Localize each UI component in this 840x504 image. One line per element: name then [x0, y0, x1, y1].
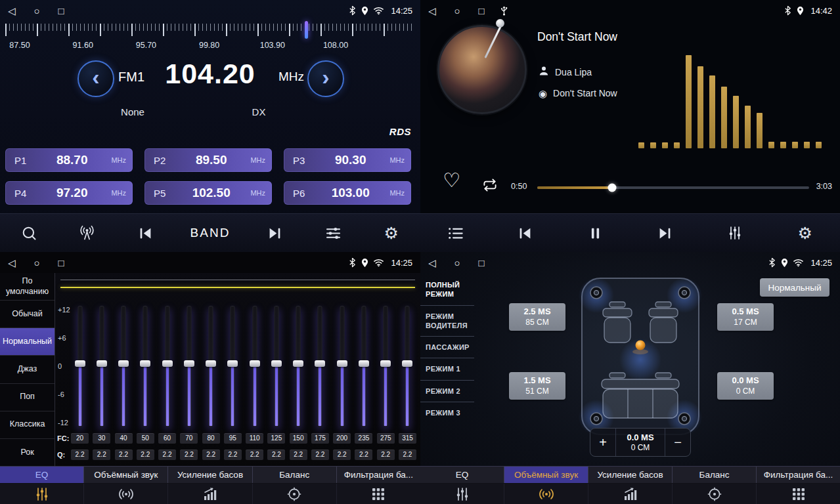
eq-preset-item[interactable]: Рок [0, 439, 55, 466]
tab-balance[interactable]: Баланс [673, 467, 757, 483]
previous-track-icon[interactable] [512, 224, 539, 242]
stage-mode-item[interactable]: РЕЖИМ ВОДИТЕЛЯ [420, 306, 474, 337]
broadcast-antenna-icon[interactable] [74, 224, 100, 242]
slider-thumb[interactable] [359, 360, 369, 367]
preset-button-p6[interactable]: P6103.00MHz [284, 181, 411, 205]
eq-band-slider[interactable] [71, 306, 89, 427]
eq-sliders-icon[interactable] [320, 224, 346, 242]
back-button[interactable]: ◁ [8, 6, 16, 16]
decrease-delay-button[interactable]: − [665, 429, 690, 456]
eq-icon[interactable] [0, 484, 84, 504]
bass-boost-icon[interactable] [168, 484, 252, 504]
slider-thumb[interactable] [162, 360, 173, 367]
seek-next-icon[interactable] [262, 224, 288, 242]
tab-eq[interactable]: EQ [0, 467, 84, 483]
surround-icon[interactable] [84, 484, 168, 504]
delay-front-left[interactable]: 2.5 MS 85 CM [509, 303, 565, 331]
eq-preset-item[interactable]: Обычай [0, 301, 55, 328]
eq-band-slider[interactable] [355, 306, 372, 427]
eq-preset-item[interactable]: По умолчанию [0, 273, 55, 301]
eq-band-slider[interactable] [290, 306, 307, 427]
home-button[interactable]: ○ [454, 258, 460, 268]
tab-eq[interactable]: EQ [420, 467, 504, 483]
bass-boost-icon[interactable] [588, 484, 673, 504]
eq-band-slider[interactable] [202, 306, 220, 427]
tab-filter[interactable]: Фильтрация ба... [757, 467, 840, 483]
back-button[interactable]: ◁ [8, 258, 16, 268]
playlist-icon[interactable] [442, 224, 468, 242]
pause-icon[interactable] [582, 224, 608, 242]
slider-thumb[interactable] [380, 360, 391, 367]
delay-rear-right[interactable]: 0.0 MS 0 CM [717, 372, 774, 400]
home-button[interactable]: ○ [34, 258, 40, 268]
back-button[interactable]: ◁ [428, 258, 436, 268]
eq-band-slider[interactable] [158, 306, 176, 427]
slider-thumb[interactable] [315, 360, 325, 367]
slider-thumb[interactable] [293, 360, 303, 367]
eq-preset-item[interactable]: Нормальный [0, 328, 55, 356]
balance-icon[interactable] [673, 484, 757, 504]
filter-icon[interactable] [757, 484, 840, 504]
eq-band-slider[interactable] [224, 306, 242, 427]
slider-thumb[interactable] [271, 360, 282, 367]
repeat-icon[interactable] [481, 177, 499, 196]
slider-thumb[interactable] [118, 360, 129, 367]
delay-rear-left[interactable]: 1.5 MS 51 CM [509, 372, 565, 400]
eq-preset-item[interactable]: Джаз [0, 356, 55, 383]
stage-mode-item[interactable]: РЕЖИМ 3 [420, 402, 474, 423]
slider-thumb[interactable] [337, 360, 347, 367]
eq-band-slider[interactable] [399, 306, 416, 427]
tune-up-button[interactable]: › [307, 60, 344, 97]
slider-thumb[interactable] [184, 360, 194, 367]
filter-icon[interactable] [337, 484, 420, 504]
stage-mode-item[interactable]: ПАССАЖИР [420, 337, 474, 358]
tab-filter[interactable]: Фильтрация ба... [337, 467, 420, 483]
slider-thumb[interactable] [75, 360, 85, 367]
eq-band-slider[interactable] [311, 306, 329, 427]
home-button[interactable]: ○ [454, 6, 460, 16]
eq-preset-item[interactable]: Классика [0, 411, 55, 439]
eq-band-slider[interactable] [180, 306, 198, 427]
frequency-scale[interactable] [5, 24, 415, 39]
eq-band-slider[interactable] [93, 306, 110, 427]
eq-icon[interactable] [420, 484, 504, 504]
increase-delay-button[interactable]: + [590, 429, 616, 456]
favorite-heart-icon[interactable]: ♡ [443, 171, 460, 190]
slider-thumb[interactable] [227, 360, 238, 367]
preset-button-p3[interactable]: P390.30MHz [284, 148, 411, 172]
seek-previous-icon[interactable] [132, 224, 158, 242]
slider-thumb[interactable] [402, 360, 412, 367]
tune-down-button[interactable]: ‹ [77, 60, 114, 97]
band-button[interactable]: BAND [190, 226, 231, 240]
delay-front-right[interactable]: 0.5 MS 17 CM [717, 303, 774, 331]
settings-gear-icon[interactable]: ⚙ [378, 225, 405, 242]
settings-gear-icon[interactable]: ⚙ [792, 225, 818, 242]
preset-button-p1[interactable]: P188.70MHz [5, 148, 133, 172]
eq-band-slider[interactable] [137, 306, 154, 427]
stage-mode-item[interactable]: РЕЖИМ 2 [420, 381, 474, 402]
eq-band-slider[interactable] [333, 306, 351, 427]
balance-icon[interactable] [253, 484, 337, 504]
slider-thumb[interactable] [140, 360, 150, 367]
equalizer-icon[interactable] [722, 225, 748, 241]
tab-surround[interactable]: Объёмный звук [84, 467, 168, 483]
slider-thumb[interactable] [250, 360, 260, 367]
home-button[interactable]: ○ [34, 6, 40, 16]
tab-bass-boost[interactable]: Усиление басов [168, 467, 252, 483]
stage-mode-item[interactable]: РЕЖИМ 1 [420, 358, 474, 380]
eq-band-slider[interactable] [377, 306, 395, 427]
tab-bass-boost[interactable]: Усиление басов [588, 467, 673, 483]
scan-icon[interactable] [16, 224, 42, 242]
eq-preset-item[interactable]: Поп [0, 384, 55, 411]
recents-button[interactable]: □ [58, 6, 64, 16]
eq-band-slider[interactable] [115, 306, 133, 427]
eq-band-slider[interactable] [246, 306, 263, 427]
slider-thumb[interactable] [206, 360, 216, 367]
eq-band-slider[interactable] [267, 306, 285, 427]
preset-button-p5[interactable]: P5102.50MHz [144, 181, 272, 205]
stage-preset-button[interactable]: Нормальный [760, 278, 829, 297]
next-track-icon[interactable] [652, 224, 678, 242]
surround-icon[interactable] [504, 484, 588, 504]
preset-button-p2[interactable]: P289.50MHz [144, 148, 272, 172]
slider-thumb[interactable] [97, 360, 107, 367]
